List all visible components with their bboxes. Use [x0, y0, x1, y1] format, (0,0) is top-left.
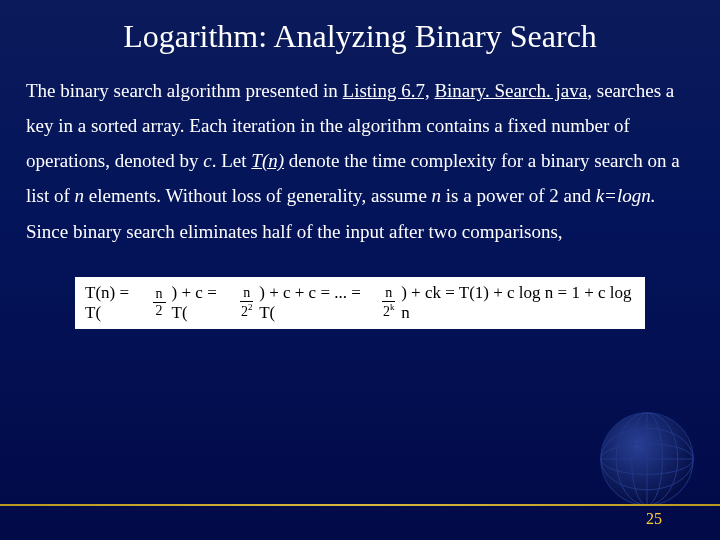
den-base: 2 — [383, 304, 390, 319]
eq-part: ) + c = T( — [172, 283, 235, 323]
body-paragraph: The binary search algorithm presented in… — [0, 65, 720, 249]
eq-part: ) + ck = T(1) + c log n = 1 + c log n — [401, 283, 635, 323]
numerator: n — [240, 286, 253, 302]
denominator: 22 — [241, 302, 253, 319]
var-tn: T(n) — [251, 150, 284, 171]
denominator: 2k — [383, 302, 395, 319]
den-exp: 2 — [248, 302, 253, 312]
numerator: n — [382, 286, 395, 302]
numerator: n — [153, 287, 166, 303]
eq-part: T(n) = T( — [85, 283, 147, 323]
file-link: Binary. Search. java — [434, 80, 587, 101]
text: The binary search algorithm presented in — [26, 80, 343, 101]
globe-icon — [592, 404, 702, 514]
fraction: n 2k — [382, 286, 395, 319]
footer-divider — [0, 504, 720, 506]
listing-link: Listing 6.7, — [343, 80, 430, 101]
var-c: c — [203, 150, 211, 171]
var-klogn: k=logn. — [596, 185, 656, 206]
var-n: n — [75, 185, 85, 206]
fraction: n 2 — [153, 287, 166, 318]
var-n: n — [432, 185, 442, 206]
den-exp: k — [390, 302, 395, 312]
text: Since binary search eliminates half of t… — [26, 221, 563, 242]
page-number: 25 — [646, 510, 662, 528]
den-base: 2 — [241, 304, 248, 319]
fraction: n 22 — [240, 286, 253, 319]
text: elements. Without loss of generality, as… — [84, 185, 432, 206]
slide-title: Logarithm: Analyzing Binary Search — [0, 0, 720, 65]
denominator: 2 — [156, 303, 163, 318]
text: is a power of 2 and — [441, 185, 596, 206]
equation-box: T(n) = T( n 2 ) + c = T( n 22 ) + c + c … — [75, 277, 645, 329]
text: . Let — [212, 150, 252, 171]
eq-part: ) + c + c = ... = T( — [259, 283, 376, 323]
